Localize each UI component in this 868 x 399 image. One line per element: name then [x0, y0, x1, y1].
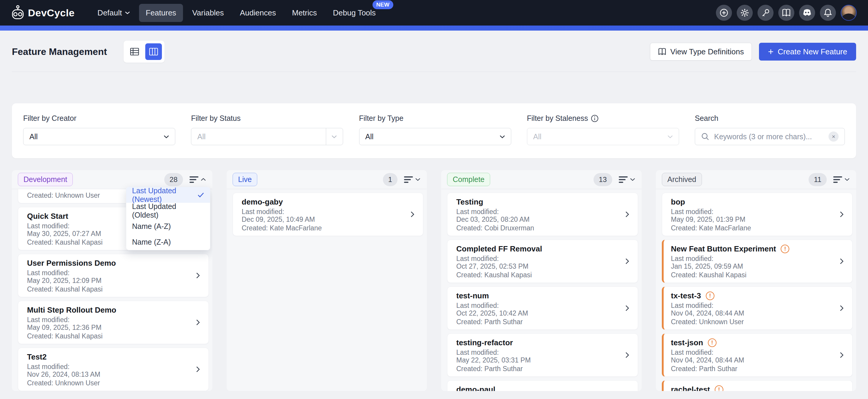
- last-modified-label: Last modified:: [456, 208, 629, 215]
- column-header: Complete13: [441, 170, 642, 189]
- feature-card-title-row: New Feat Button Experiment!: [671, 244, 844, 253]
- chevron-down-icon: [326, 128, 337, 145]
- feature-card-title: demo-gaby: [242, 197, 283, 206]
- nav-item-debug-tools[interactable]: Debug Tools NEW: [326, 4, 382, 22]
- feature-card-title-row: test-json!: [671, 338, 844, 347]
- kanban-column-live: Live1demo-gabyLast modified:Dec 09, 2025…: [227, 170, 427, 391]
- kanban-view-button[interactable]: [145, 43, 162, 60]
- column-header: Development28: [12, 170, 212, 189]
- book-icon: [658, 48, 666, 56]
- filter-staleness-label: Filter by Staleness: [527, 114, 588, 123]
- feature-card[interactable]: demo-gabyLast modified:Dec 09, 2025, 10:…: [232, 193, 424, 236]
- sort-menu-item[interactable]: Last Updated (Oldest): [126, 203, 210, 219]
- column-status-badge: Development: [18, 173, 73, 186]
- column-count-badge: 1: [383, 173, 398, 186]
- sort-menu-item[interactable]: Name (Z-A): [126, 234, 210, 250]
- last-modified-label: Last modified:: [242, 208, 414, 215]
- feature-card[interactable]: test-numLast modified:Oct 22, 2025, 10:4…: [447, 287, 638, 330]
- create-new-feature-button[interactable]: + Create New Feature: [759, 43, 856, 61]
- feature-card[interactable]: Multi Step Rollout DemoLast modified:May…: [18, 301, 209, 344]
- feature-card[interactable]: bopLast modified:May 09, 2025, 01:39 PMC…: [662, 193, 853, 236]
- devcycle-logo[interactable]: DevCycle: [11, 5, 74, 21]
- feature-card[interactable]: Test2Last modified:Nov 26, 2024, 08:13 A…: [18, 347, 209, 391]
- sort-menu-item-label: Last Updated (Oldest): [132, 202, 204, 220]
- last-modified-label: Last modified:: [27, 316, 199, 324]
- filter-type-label: Filter by Type: [359, 114, 511, 123]
- feature-card-title-row: rachel-test!: [671, 385, 844, 391]
- sort-menu-item[interactable]: Name (A-Z): [126, 219, 210, 234]
- last-modified-date: Dec 03, 2025, 08:20 AM: [456, 215, 629, 223]
- add-circle-icon[interactable]: [716, 5, 732, 21]
- created-by: Created: Parth Suthar: [671, 365, 844, 373]
- stale-warning-icon: !: [781, 245, 789, 253]
- feature-card[interactable]: New Feat Button Experiment!Last modified…: [662, 240, 853, 283]
- docs-book-icon[interactable]: [778, 5, 794, 21]
- created-by: Created: Kaushal Kapasi: [27, 332, 199, 340]
- search-input[interactable]: [714, 132, 829, 141]
- feature-card[interactable]: testing-refactorLast modified:May 22, 20…: [447, 333, 638, 377]
- column-sort-button[interactable]: [616, 174, 638, 185]
- feature-card-title: tx-test-3: [671, 291, 701, 300]
- feature-card[interactable]: rachel-test!: [662, 380, 853, 391]
- filter-bar: Filter by Creator All Filter by Status A…: [12, 103, 856, 158]
- last-modified-label: Last modified:: [27, 269, 199, 277]
- last-modified-label: Last modified:: [671, 348, 844, 356]
- created-by: Created: Unknown User: [671, 318, 844, 326]
- column-header-controls: 1: [383, 173, 423, 186]
- api-key-icon[interactable]: [757, 5, 774, 21]
- created-by: Created: Kaushal Kapasi: [456, 271, 629, 279]
- chevron-down-icon: [630, 178, 635, 181]
- feature-card-title: rachel-test: [671, 385, 710, 391]
- last-modified-date: May 22, 2025, 03:31 PM: [456, 356, 629, 364]
- column-cards: demo-gabyLast modified:Dec 09, 2025, 10:…: [227, 189, 427, 391]
- feature-card-title: bop: [671, 197, 685, 206]
- chevron-down-icon: [844, 178, 849, 181]
- sort-menu-item-label: Last Updated (Newest): [132, 187, 197, 204]
- list-view-button[interactable]: [126, 43, 143, 60]
- project-selector[interactable]: Default: [91, 4, 136, 22]
- kanban-column-development: Development28Last modified:Created: Unkn…: [12, 170, 212, 391]
- nav-item-variables[interactable]: Variables: [185, 4, 230, 22]
- clear-search-icon[interactable]: ×: [829, 132, 839, 142]
- feature-card-title: test-json: [671, 338, 703, 347]
- filter-status-select[interactable]: All: [191, 128, 343, 145]
- column-count-badge: 13: [593, 173, 612, 186]
- last-modified-label: Last modified:: [456, 255, 629, 262]
- user-avatar[interactable]: [841, 5, 857, 21]
- feature-card[interactable]: test-json!Last modified:Nov 04, 2024, 08…: [662, 333, 853, 377]
- feature-card[interactable]: User Permissions DemoLast modified:May 2…: [18, 254, 209, 297]
- sort-menu-item[interactable]: Last Updated (Newest): [126, 187, 210, 203]
- notifications-bell-icon[interactable]: [820, 5, 836, 21]
- nav-item-audiences[interactable]: Audiences: [233, 4, 283, 22]
- column-sort-button[interactable]: [831, 174, 852, 185]
- feature-card[interactable]: tx-test-3!Last modified:Nov 04, 2024, 08…: [662, 287, 853, 330]
- feature-card-title-row: test-num: [456, 291, 629, 300]
- feature-card[interactable]: demo-paul: [447, 380, 638, 391]
- filter-staleness-select[interactable]: All: [527, 128, 679, 145]
- view-type-definitions-button[interactable]: View Type Definitions: [650, 43, 752, 61]
- last-modified-label: Last modified:: [456, 348, 629, 356]
- column-sort-button[interactable]: [187, 174, 208, 185]
- info-icon[interactable]: [591, 114, 598, 122]
- nav-item-features[interactable]: Features: [139, 4, 183, 22]
- column-sort-button[interactable]: [402, 174, 423, 185]
- sort-lines-icon: [619, 176, 628, 183]
- feature-card-title-row: demo-paul: [456, 385, 629, 391]
- nav-item-metrics[interactable]: Metrics: [285, 4, 324, 22]
- created-by: Created: Unknown User: [27, 379, 199, 387]
- page-title: Feature Management: [12, 46, 107, 57]
- discord-icon[interactable]: [799, 5, 815, 21]
- feature-card-title: test-num: [456, 291, 489, 300]
- column-header: Live1: [227, 170, 427, 189]
- last-modified-date: May 20, 2025, 12:09 PM: [27, 277, 199, 285]
- chevron-down-icon: [668, 135, 673, 138]
- chevron-up-icon: [201, 178, 206, 181]
- feature-card[interactable]: TestingLast modified:Dec 03, 2025, 08:20…: [447, 193, 638, 236]
- filter-creator-select[interactable]: All: [23, 128, 175, 145]
- filter-type-select[interactable]: All: [359, 128, 511, 145]
- settings-gear-icon[interactable]: [737, 5, 753, 21]
- feature-card-title-row: User Permissions Demo: [27, 259, 199, 267]
- chevron-down-icon: [415, 178, 420, 181]
- feature-card[interactable]: Completed FF RemovalLast modified:Oct 27…: [447, 240, 638, 283]
- search-icon: [701, 132, 709, 141]
